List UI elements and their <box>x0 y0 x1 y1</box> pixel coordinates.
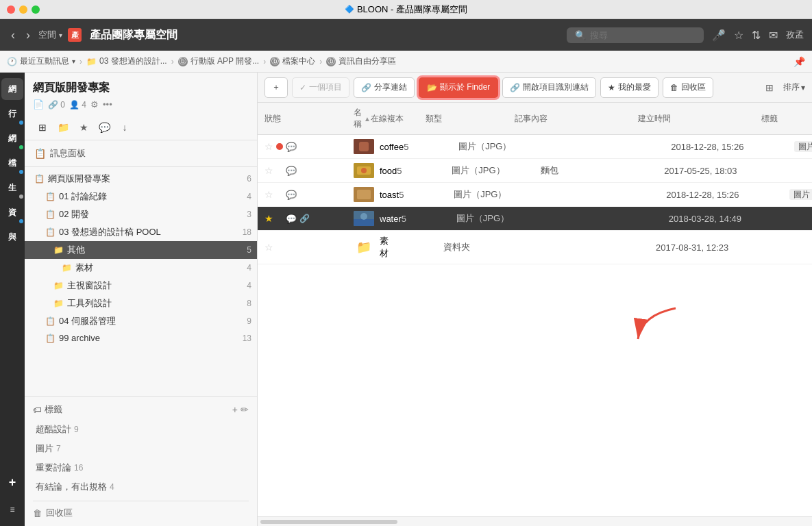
back-button[interactable]: ‹ <box>8 27 18 44</box>
table-row-water[interactable]: ★ 💬 🔗 water 5 圖片（JPG） 2018-03-28, <box>258 207 812 231</box>
col-status[interactable]: 狀態 <box>264 113 354 125</box>
one-item-button[interactable]: ✓ 一個項目 <box>292 77 349 98</box>
table-row-coffee[interactable]: ☆ 💬 coffee 5 圖片（JPG） 2018-12-28, 15:26 <box>258 135 812 159</box>
nav-comment-btn[interactable]: 💬 <box>95 119 114 136</box>
comment-coffee[interactable]: 💬 <box>286 142 297 152</box>
sidebar-item-list[interactable]: ≡ <box>1 499 23 521</box>
star-icon[interactable]: ☆ <box>734 29 743 42</box>
breadcrumb-archive[interactable]: ⓑ 檔案中心 <box>270 55 315 67</box>
star-coffee[interactable]: ☆ <box>264 141 273 152</box>
comment-water[interactable]: 💬 <box>286 214 297 224</box>
add-button[interactable]: ＋ <box>264 77 288 98</box>
search-box[interactable]: 🔍 <box>567 27 704 43</box>
breadcrumb-03[interactable]: 📁 03 發想過的設計... <box>86 55 167 67</box>
breadcrumb-app[interactable]: ⓑ 行動版 APP 開發... <box>178 55 259 67</box>
grid-view-btn[interactable]: ⊞ <box>760 78 779 97</box>
item-02-icon: 📋 <box>44 210 56 219</box>
user-name[interactable]: 孜孟 <box>786 29 804 41</box>
share-link-button[interactable]: 🔗 分享連結 <box>354 77 415 98</box>
sidebar-item-net[interactable]: 網 <box>1 127 23 149</box>
tree-item-04[interactable]: 📋 04 伺服器管理 9 <box>25 312 257 330</box>
favorites-button[interactable]: ★ 我的最愛 <box>600 77 659 98</box>
thumb-coffee <box>354 139 374 154</box>
col-type[interactable]: 類型 <box>426 113 515 125</box>
tags-actions: + ✏ <box>232 404 249 415</box>
share-link-icon: 🔗 <box>361 83 371 92</box>
open-id-link-button[interactable]: 🔗 開啟項目識別連結 <box>502 77 596 98</box>
show-finder-button[interactable]: 📂 顯示於 Finder <box>419 77 498 98</box>
sort-icon[interactable]: ⇅ <box>752 29 761 42</box>
close-button[interactable] <box>7 5 15 14</box>
pin-button[interactable]: 📌 <box>793 56 805 67</box>
tree-root[interactable]: 📋 網頁版開發專案 6 <box>25 170 257 188</box>
breadcrumb-share[interactable]: ⓑ 資訊自由分享區 <box>326 55 396 67</box>
horizontal-scrollbar[interactable] <box>258 516 812 526</box>
recycle-bin[interactable]: 🗑 回收區 <box>33 501 249 522</box>
breadcrumb-recent[interactable]: 🕐 最近互動訊息 ▾ <box>7 55 75 67</box>
sidebar-item-share[interactable]: 與 <box>1 226 23 248</box>
comment-material[interactable]: 💬 <box>286 242 297 253</box>
nav-down-btn[interactable]: ↓ <box>115 119 134 136</box>
cell-note-food: 麵包 <box>541 164 664 177</box>
sidebar-item-act[interactable]: 行 <box>1 103 23 125</box>
item-03-icon: 📋 <box>44 227 56 237</box>
tree-item-99[interactable]: 📋 99 archive 13 <box>25 330 257 346</box>
sidebar-item-add[interactable]: + <box>1 471 23 493</box>
sidebar-item-file[interactable]: 檔 <box>1 152 23 174</box>
sort-button[interactable]: 排序 ▾ <box>783 82 805 93</box>
edit-tag-button[interactable]: ✏ <box>241 404 249 415</box>
nav-icons-bar: ⊞ 📁 ★ 💬 ↓ <box>25 115 257 140</box>
tag-item-0[interactable]: 超酷設計 9 <box>33 421 249 438</box>
sidebar-item-life[interactable]: 生 <box>1 177 23 199</box>
forward-button[interactable]: › <box>23 27 33 44</box>
comment-toast[interactable]: 💬 <box>286 190 297 200</box>
settings-icon[interactable]: ⚙ <box>90 99 99 110</box>
table-row-material[interactable]: ☆ 💬 📁 素材 資料夾 2017-08-31, 12:23 <box>258 231 812 264</box>
add-tag-button[interactable]: + <box>232 404 238 415</box>
cell-status-coffee: ☆ 💬 <box>264 141 354 152</box>
tree-item-other[interactable]: 📁 其他 5 <box>25 241 257 259</box>
col-date[interactable]: 建立時間 <box>638 113 761 125</box>
star-toast[interactable]: ☆ <box>264 189 273 200</box>
col-name[interactable]: 名稱 ▲ <box>354 107 371 130</box>
star-water[interactable]: ★ <box>264 213 273 224</box>
nav-star-btn[interactable]: ★ <box>74 119 93 136</box>
col-note[interactable]: 記事內容 <box>515 113 638 125</box>
col-online[interactable]: 在線複本 <box>371 113 426 125</box>
comment-food[interactable]: 💬 <box>286 166 297 176</box>
tree-item-main[interactable]: 📁 主視窗設計 4 <box>25 277 257 295</box>
table-row-toast[interactable]: ☆ 💬 toast 5 圖片（JPG） 2018-12-28, 15:26 <box>258 183 812 207</box>
list-icon: ≡ <box>10 505 14 514</box>
table-row-food[interactable]: ☆ 💬 food 5 圖片（JPG） 麵包 2017-05-25, 18:03 <box>258 159 812 183</box>
col-tag[interactable]: 標籤 <box>761 113 812 125</box>
minimize-button[interactable] <box>19 5 27 14</box>
message-board-item[interactable]: 📋 訊息面板 <box>25 143 257 164</box>
svg-point-4 <box>361 168 367 173</box>
nav-folder-btn[interactable]: 📁 <box>53 119 73 136</box>
link-water[interactable]: 🔗 <box>299 214 310 223</box>
tree-item-tool[interactable]: 📁 工具列設計 8 <box>25 295 257 312</box>
tag-item-1[interactable]: 圖片 7 <box>33 440 249 457</box>
tag-item-2[interactable]: 重要討論 16 <box>33 460 249 476</box>
maximize-button[interactable] <box>32 5 40 14</box>
tree-item-01[interactable]: 📋 01 討論紀錄 4 <box>25 188 257 205</box>
recycle-button[interactable]: 🗑 回收區 <box>663 77 713 98</box>
mail-icon[interactable]: ✉ <box>769 29 778 42</box>
tag-item-3[interactable]: 有結論，有出規格 4 <box>33 479 249 495</box>
search-input[interactable] <box>590 30 700 40</box>
tree-item-03[interactable]: 📋 03 發想過的設計稿 POOL 18 <box>25 223 257 241</box>
sidebar-item-res[interactable]: 資 <box>1 201 23 223</box>
tag-dot-coffee <box>276 143 283 150</box>
sidebar-item-web[interactable]: 網 <box>1 78 23 100</box>
star-material[interactable]: ☆ <box>264 242 273 253</box>
more-icon[interactable]: ••• <box>103 99 112 110</box>
star-food[interactable]: ☆ <box>264 165 273 176</box>
content-area: 狀態 名稱 ▲ 在線複本 類型 記事內容 建立時間 <box>258 103 812 526</box>
recycle-btn-icon: 🗑 <box>670 83 678 92</box>
space-selector[interactable]: 空間 ▾ <box>38 29 62 41</box>
mic-icon[interactable]: 🎤 <box>712 29 726 42</box>
net-badge <box>18 144 25 151</box>
tree-item-02[interactable]: 📋 02 開發 3 <box>25 205 257 223</box>
nav-grid-btn[interactable]: ⊞ <box>33 119 52 136</box>
tree-item-material[interactable]: 📁 素材 4 <box>25 259 257 277</box>
